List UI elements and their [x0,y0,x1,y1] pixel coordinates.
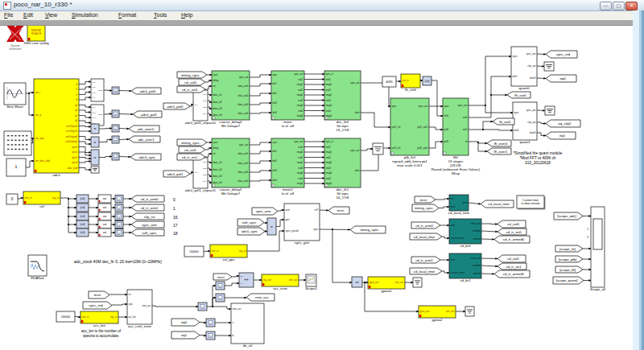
tag-cd_tr_en0[interactable]: cd_tr_en0 [497,229,526,235]
tag-eq_clip1[interactable]: eq_clip1 [546,120,580,127]
tag-cd_tr_en1[interactable]: cd_tr_en1 [497,263,526,270]
tag-mrst[interactable]: mrst [213,274,232,280]
tag-adc0_sync[interactable]: adc0_sync [130,154,161,160]
pulse-source[interactable] [4,131,31,155]
delay-m1[interactable] [216,282,225,290]
tag-new_acc[interactable]: new_acc [246,294,275,301]
mixer1[interactable]: syncdin1din2din3din4sync_outreal1imag1re… [271,138,304,196]
concat-out1b[interactable]: in.1in.2in.3in.4Out1 [91,105,104,126]
tag-scope_adc[interactable]: [scope_adc] [554,212,583,220]
mixer0[interactable]: syncdin1din2din3din4sync_outreal1imag1re… [271,71,304,128]
tag-timing_sync[interactable]: timing_sync [350,226,386,233]
delay-r2[interactable] [115,204,123,212]
slice-1[interactable]: [a:b] [76,195,89,203]
fft0[interactable]: syncshiftpol0pol1sync_outout0out1offft01… [431,98,481,175]
tag-fft_out1[interactable]: fft_out1 [493,118,514,125]
slice-2[interactable]: [a:b] [76,204,89,212]
tag-clip_rst[interactable]: clip_rst [131,213,164,220]
dir-x0[interactable]: new_accabdir_x0 [231,303,264,348]
tag-scope_quant[interactable]: [scope_quant] [553,277,584,284]
cd-br1[interactable]: armcurrent_timecmd_valenablearmedcd_br1 [449,253,481,282]
gateway-out-1[interactable]: out [98,195,111,203]
or-gate-sync[interactable]: or [267,218,276,235]
tag-timing_sync[interactable]: timing_sync [412,204,439,212]
const-4095[interactable]: 4095 [382,76,396,87]
menu-view[interactable]: View [45,12,57,18]
tag-cd_tr_arm1[interactable]: cd_tr_arm1 [131,204,164,211]
tag-cd_tr_armed0[interactable]: cd_tr_armed0 [494,236,530,243]
tag-scope_fir[interactable]: [scope_fir] [555,245,583,252]
counter[interactable]: rsten++ [239,273,254,287]
close-button[interactable]: ✕ [625,2,638,10]
acc-num[interactable]: reg_outsim_outacc_num [262,274,299,290]
xsg-core-config[interactable]: MSSGEROACHXSG core config [23,23,49,45]
val-pps[interactable]: sim_inreg_inval_pps [210,245,247,261]
tag-sync_rnd[interactable]: sync_rnd [546,51,577,58]
delay-e[interactable] [112,153,119,160]
dec-fir0[interactable]: sync_inreal1imag1real2imag2real3imag3rea… [324,71,361,132]
scrollbar[interactable] [633,10,644,350]
tag-cd_val1[interactable]: cd_val1 [179,146,205,153]
menu-simulation[interactable]: Simulation [72,12,98,18]
gateway-out-3[interactable]: out [98,212,111,220]
tag-soft_sync[interactable]: soft_sync [131,229,164,236]
fdatool[interactable]: FDATool [28,255,47,280]
sine-wave[interactable]: Sine Wave [4,83,26,109]
tag-adc_over0[interactable]: adc_over0 [129,126,159,132]
minimize-button[interactable]: — [600,2,612,10]
terminator-g1[interactable] [413,278,422,287]
dec-fir1[interactable]: sync_inreal1imag1real2imag2real3imag3rea… [324,138,361,200]
quant0[interactable]: syncdin0sync_outclip_outdout0quant0 [511,47,537,90]
coarse-delay0[interactable]: syncdelayendata_in1data_in2data_in3data_… [212,71,250,128]
delay-r1[interactable] [115,196,123,203]
tag-fft_over1[interactable]: fft_over1 [487,148,511,154]
tag-scope_pfb[interactable]: [scope_pfb] [555,256,583,262]
tag-eq1[interactable]: eq1 [171,331,200,339]
tag-soft_sync[interactable]: soft_sync [237,219,264,226]
goto-sync-block[interactable] [373,143,383,154]
tag-sync_rnd[interactable]: sync_rnd [83,302,112,309]
const-0[interactable]: 0 [6,194,18,204]
tag-mrst[interactable]: mrst [89,291,109,299]
slice-4[interactable]: [a:b] [76,220,89,229]
tag-timing_sync[interactable]: timing_sync [177,72,207,78]
acc-cntrl-even[interactable]: rstsyncacc_lennew_accacc_cntrl_even [127,290,152,328]
terminator-g2[interactable] [465,307,474,316]
terminator-dv[interactable] [91,167,99,173]
tag-sync_arm[interactable]: sync_arm [252,208,278,215]
tag-cd_val1[interactable]: cd_val1 [497,255,526,262]
tag-cd_val0[interactable]: cd_val0 [179,79,205,85]
coarse-delay1[interactable]: syncdelayendata_in1data_in2data_in3data_… [212,138,250,196]
tag-eq0[interactable]: eq0 [546,75,576,82]
adc0[interactable]: sim_isim_qsim_syncsim_data_validi0i1i2i3… [34,79,79,177]
delay-d[interactable] [112,136,119,143]
slice-fft[interactable]: [a:b] [423,76,431,85]
sync-gen[interactable]: armppssync_periodrst?syncsync_gen [284,204,320,245]
tag-fft_over0[interactable]: fft_over0 [487,140,511,146]
scope2[interactable]: Scope2 [305,274,317,290]
tag-cd_tr_en0[interactable]: cd_tr_en0 [177,86,205,93]
or-gate-2[interactable]: or [91,137,99,147]
terminator-q0[interactable] [544,62,554,71]
gateway-out-2[interactable]: out [98,204,111,212]
tag-adc0_pol0[interactable]: adc0_pol0 [163,103,190,109]
tag-cd_tr_armed1[interactable]: cd_tr_armed1 [494,270,530,278]
delay-a[interactable] [112,87,119,94]
tag-sync_arm[interactable]: sync_arm [131,221,164,228]
delay-b[interactable] [112,110,119,117]
tag-cd_tr_arm1[interactable]: cd_tr_arm1 [411,257,440,263]
tag-cd_val0[interactable]: cd_val0 [497,220,526,228]
cd-local-time[interactable]: rstsynctimecd_local_time [448,195,470,215]
tag-scope_fft[interactable]: [scope_fft] [555,266,583,273]
not-block[interactable]: not [352,277,362,287]
gpioa1[interactable]: gpio_outsim_outgpioa1 [368,277,405,293]
delay-eq1[interactable] [206,331,215,340]
concat-out1a[interactable]: in.1in.2in.3in.4Out1 [91,79,104,101]
const-100000-acc[interactable]: 100000 [56,311,75,322]
tag-cd_tr_en1[interactable]: cd_tr_en1 [177,154,205,160]
xilinx-logo[interactable] [6,25,24,42]
menu-file[interactable]: File [4,12,13,18]
delay-eq0[interactable] [206,319,215,327]
tag-cd_tr_arm0[interactable]: cd_tr_arm0 [411,222,440,229]
tag-cd_local_time[interactable]: cd_local_time [410,268,442,274]
